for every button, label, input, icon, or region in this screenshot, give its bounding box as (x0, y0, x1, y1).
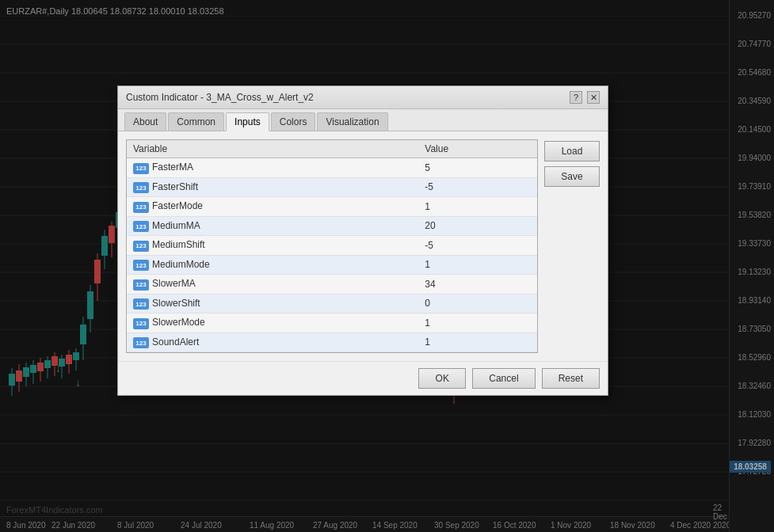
dialog: Custom Indicator - 3_MA_Cross_w_Alert_v2… (117, 86, 608, 396)
value-cell: -5 (418, 236, 537, 256)
table-row[interactable]: 123MediumMode1 (127, 255, 537, 275)
table-row[interactable]: 123SlowerShift0 (127, 294, 537, 314)
var-icon: 123 (133, 182, 149, 193)
cancel-button[interactable]: Cancel (472, 368, 535, 389)
dialog-titlebar: Custom Indicator - 3_MA_Cross_w_Alert_v2… (118, 86, 608, 109)
value-cell: -5 (418, 177, 537, 197)
var-icon: 123 (133, 279, 149, 291)
var-icon: 123 (133, 318, 149, 329)
value-cell: 1 (418, 332, 537, 352)
value-cell: 0 (418, 294, 537, 314)
table-row[interactable]: 123MediumShift-5 (127, 236, 537, 256)
var-icon: 123 (133, 337, 149, 348)
table-row[interactable]: 123FasterMode1 (127, 197, 537, 217)
variable-cell: 123FasterMode (127, 197, 418, 217)
value-cell: 1 (418, 314, 537, 333)
variable-cell: 123SoundAlert (127, 332, 418, 352)
table-row[interactable]: 123FasterMA5 (127, 158, 537, 178)
ok-button[interactable]: OK (418, 368, 466, 389)
col-value-header: Value (418, 140, 537, 158)
tab-common[interactable]: Common (168, 112, 224, 131)
var-icon: 123 (133, 260, 149, 271)
variable-cell: 123MediumMode (127, 255, 418, 275)
tab-visualization[interactable]: Visualization (317, 112, 387, 131)
value-cell: 5 (418, 158, 537, 178)
var-icon: 123 (133, 163, 149, 174)
table-row[interactable]: 123SlowerMA34 (127, 275, 537, 294)
value-cell: 1 (418, 197, 537, 217)
variable-cell: 123MediumMA (127, 216, 418, 236)
var-icon: 123 (133, 202, 149, 213)
save-button[interactable]: Save (544, 166, 600, 187)
reset-button[interactable]: Reset (542, 368, 600, 389)
value-cell: 20 (418, 216, 537, 236)
dialog-footer: OK Cancel Reset (118, 361, 608, 395)
side-buttons: Load Save (544, 139, 600, 353)
table-row[interactable]: 123FasterShift-5 (127, 177, 537, 197)
table-row[interactable]: 123SoundAlert1 (127, 332, 537, 352)
tab-about[interactable]: About (124, 112, 166, 131)
table-row[interactable]: 123SlowerMode1 (127, 314, 537, 333)
col-variable-header: Variable (127, 140, 418, 158)
dialog-controls: ? ✕ (570, 91, 600, 104)
load-button[interactable]: Load (544, 141, 600, 162)
table-container: Variable Value 123FasterMA5123FasterShif… (126, 139, 538, 353)
table-row[interactable]: 123MediumMA20 (127, 216, 537, 236)
tabs-container: About Common Inputs Colors Visualization (118, 109, 608, 131)
variable-cell: 123SlowerShift (127, 294, 418, 314)
tab-inputs[interactable]: Inputs (226, 112, 269, 131)
value-cell: 1 (418, 255, 537, 275)
variable-cell: 123SlowerMA (127, 275, 418, 294)
data-table: Variable Value 123FasterMA5123FasterShif… (127, 140, 537, 352)
variable-cell: 123FasterMA (127, 158, 418, 178)
value-cell: 34 (418, 275, 537, 294)
dialog-help-button[interactable]: ? (570, 91, 582, 104)
var-icon: 123 (133, 221, 149, 232)
variable-cell: 123MediumShift (127, 236, 418, 256)
dialog-body: Variable Value 123FasterMA5123FasterShif… (118, 131, 608, 361)
dialog-close-button[interactable]: ✕ (587, 91, 600, 104)
variable-cell: 123FasterShift (127, 177, 418, 197)
dialog-title: Custom Indicator - 3_MA_Cross_w_Alert_v2 (126, 92, 314, 103)
var-icon: 123 (133, 241, 149, 252)
var-icon: 123 (133, 298, 149, 310)
tab-colors[interactable]: Colors (271, 112, 316, 131)
variable-cell: 123SlowerMode (127, 314, 418, 333)
